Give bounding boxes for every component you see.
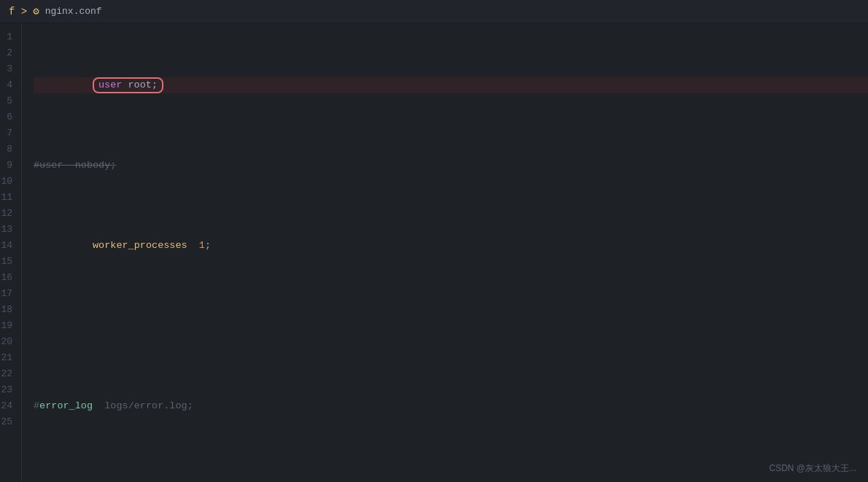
watermark: CSDN @灰太狼大王... xyxy=(769,462,856,475)
line-num: 22 xyxy=(0,366,12,382)
code-line-5: #error_log logs/error.log; xyxy=(34,398,868,414)
line-num: 2 xyxy=(0,45,12,61)
line-num: 4 xyxy=(0,77,12,93)
line-num: 17 xyxy=(0,286,12,302)
line-num: 18 xyxy=(0,302,12,318)
code-text: logs/error.log notice; xyxy=(93,478,241,482)
line-num: 10 xyxy=(0,174,12,190)
line-num: 16 xyxy=(0,270,12,286)
line-num: 21 xyxy=(0,350,12,366)
code-area: 1 2 3 4 5 6 7 8 9 10 11 12 13 14 15 16 1… xyxy=(0,23,868,482)
line-num: 24 xyxy=(0,398,12,414)
file-icon: f > xyxy=(9,6,27,18)
code-text: error_log xyxy=(39,398,93,414)
code-line-3: worker_processes 1; xyxy=(34,238,868,254)
code-text: worker_processes 1; xyxy=(34,222,211,270)
title-bar: f > ⚙ nginx.conf xyxy=(0,0,868,23)
line-num: 15 xyxy=(0,254,12,270)
line-num: 12 xyxy=(0,206,12,222)
filename: nginx.conf xyxy=(45,6,102,17)
line-num: 7 xyxy=(0,125,12,141)
code-text: error_log xyxy=(39,478,93,482)
code-line-1: user root; xyxy=(34,77,868,93)
code-text: # xyxy=(34,398,39,414)
line-num: 25 xyxy=(0,414,12,430)
line-num: 13 xyxy=(0,222,12,238)
code-text: logs/error.log; xyxy=(93,398,193,414)
code-text: #user nobody; xyxy=(34,158,116,174)
code-text: user root; xyxy=(34,61,163,109)
line-num: 5 xyxy=(0,93,12,109)
code-text: # xyxy=(34,478,39,482)
line-num: 11 xyxy=(0,190,12,206)
gear-icon: ⚙ xyxy=(33,5,39,18)
line-num: 1 xyxy=(0,29,12,45)
line-num: 8 xyxy=(0,141,12,158)
code-line-2: #user nobody; xyxy=(34,158,868,174)
line-num: 9 xyxy=(0,158,12,174)
line-num: 6 xyxy=(0,109,12,125)
line-num: 20 xyxy=(0,334,12,350)
line-numbers: 1 2 3 4 5 6 7 8 9 10 11 12 13 14 15 16 1… xyxy=(0,23,22,482)
code-content[interactable]: user root; #user nobody; worker_processe… xyxy=(22,23,868,482)
line-num: 23 xyxy=(0,382,12,398)
line-num: 19 xyxy=(0,318,12,334)
editor-container: f > ⚙ nginx.conf 1 2 3 4 5 6 7 8 9 10 11… xyxy=(0,0,868,482)
line-num: 3 xyxy=(0,61,12,77)
line-num: 14 xyxy=(0,238,12,254)
code-line-4 xyxy=(34,318,868,334)
code-line-6: #error_log logs/error.log notice; xyxy=(34,478,868,482)
